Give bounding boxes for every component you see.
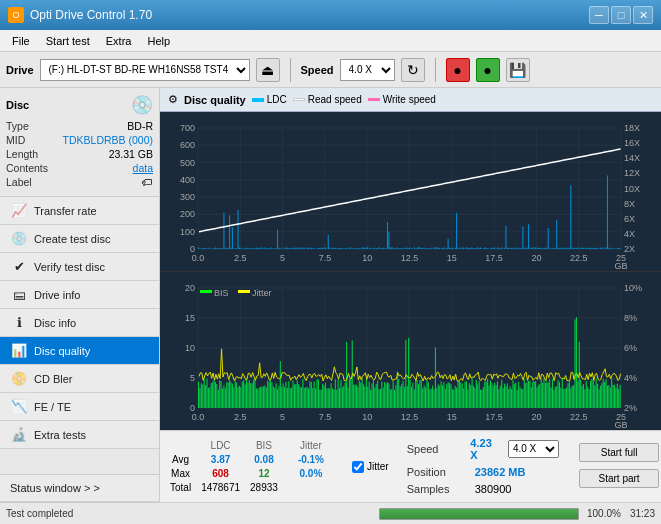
position-value: 23862 MB xyxy=(475,466,526,478)
progress-text: 100.0% xyxy=(587,508,622,519)
sidebar-item-extra-tests[interactable]: 🔬 Extra tests xyxy=(0,421,159,449)
readspeed-color xyxy=(293,98,305,101)
progress-fill xyxy=(380,509,578,519)
refresh-icon[interactable]: ↻ xyxy=(401,58,425,82)
maximize-button[interactable]: □ xyxy=(611,6,631,24)
position-row: Position 23862 MB xyxy=(407,466,559,478)
status-window-label: Status window > > xyxy=(10,482,100,494)
disc-quality-title: Disc quality xyxy=(184,94,246,106)
ldc-color xyxy=(252,98,264,102)
speed-value: 4.23 X xyxy=(470,437,500,461)
disc-section-title: Disc xyxy=(6,99,29,111)
contents-label: Contents xyxy=(6,162,48,174)
titlebar-left: O Opti Drive Control 1.70 xyxy=(8,7,152,23)
speed-select[interactable]: 4.0 X xyxy=(340,59,395,81)
progress-bar xyxy=(379,508,579,520)
charts-container xyxy=(160,112,661,430)
disc-section-icon: 💿 xyxy=(131,94,153,116)
settings-icon[interactable]: ⚙ xyxy=(168,93,178,106)
app-title: Opti Drive Control 1.70 xyxy=(30,8,152,22)
speed-label: Speed xyxy=(407,443,463,455)
legend-readspeed-label: Read speed xyxy=(308,94,362,105)
start-part-button[interactable]: Start part xyxy=(579,469,659,488)
drive-label: Drive xyxy=(6,64,34,76)
eject-icon[interactable]: ⏏ xyxy=(256,58,280,82)
theme-icon1[interactable]: ● xyxy=(446,58,470,82)
disc-header: Disc 💿 xyxy=(6,94,153,116)
max-row: Max 608 12 0.0% xyxy=(170,468,332,480)
sidebar-item-disc-quality[interactable]: 📊 Disc quality xyxy=(0,337,159,365)
verify-test-label: Verify test disc xyxy=(34,261,105,273)
samples-label: Samples xyxy=(407,483,467,495)
disc-contents-row: Contents data xyxy=(6,162,153,174)
speed-select-stats[interactable]: 4.0 X xyxy=(508,440,559,458)
total-bis: 28933 xyxy=(250,482,286,494)
extra-tests-label: Extra tests xyxy=(34,429,86,441)
max-jitter: 0.0% xyxy=(298,468,332,480)
sidebar-item-disc-info[interactable]: ℹ Disc info xyxy=(0,309,159,337)
theme-icon2[interactable]: ● xyxy=(476,58,500,82)
sidebar-item-create-test-disc[interactable]: 💿 Create test disc xyxy=(0,225,159,253)
disc-length-row: Length 23.31 GB xyxy=(6,148,153,160)
ldc-chart xyxy=(160,112,661,272)
max-ldc: 608 xyxy=(201,468,248,480)
legend-readspeed: Read speed xyxy=(293,94,362,105)
sidebar-item-cd-bler[interactable]: 📀 CD Bler xyxy=(0,365,159,393)
status-window-button[interactable]: Status window > > xyxy=(0,474,159,502)
disc-info-icon: ℹ xyxy=(10,315,28,330)
length-label: Length xyxy=(6,148,38,160)
total-label: Total xyxy=(170,482,199,494)
total-jitter xyxy=(298,482,332,494)
max-label: Max xyxy=(170,468,199,480)
menu-starttest[interactable]: Start test xyxy=(38,33,98,49)
cd-bler-icon: 📀 xyxy=(10,371,28,386)
speed-stats: Speed 4.23 X 4.0 X Position 23862 MB Sam… xyxy=(407,437,559,497)
speed-row: Speed 4.23 X 4.0 X xyxy=(407,437,559,461)
disc-section: Disc 💿 Type BD-R MID TDKBLDRBB (000) Len… xyxy=(0,88,159,197)
menu-help[interactable]: Help xyxy=(139,33,178,49)
sidebar-item-fe-te[interactable]: 📉 FE / TE xyxy=(0,393,159,421)
transfer-rate-label: Transfer rate xyxy=(34,205,97,217)
save-icon[interactable]: 💾 xyxy=(506,58,530,82)
drive-select[interactable]: (F:) HL-DT-ST BD-RE WH16NS58 TST4 xyxy=(40,59,250,81)
speed-label: Speed xyxy=(301,64,334,76)
position-label: Position xyxy=(407,466,467,478)
toolbar: Drive (F:) HL-DT-ST BD-RE WH16NS58 TST4 … xyxy=(0,52,661,88)
create-test-label: Create test disc xyxy=(34,233,110,245)
sidebar-item-transfer-rate[interactable]: 📈 Transfer rate xyxy=(0,197,159,225)
avg-jitter: -0.1% xyxy=(298,454,332,466)
avg-row: Avg 3.87 0.08 -0.1% xyxy=(170,454,332,466)
sidebar: Disc 💿 Type BD-R MID TDKBLDRBB (000) Len… xyxy=(0,88,160,502)
label-value: 🏷 xyxy=(142,176,153,188)
status-text: Test completed xyxy=(6,508,371,519)
legend-writespeed: Write speed xyxy=(368,94,436,105)
samples-value: 380900 xyxy=(475,483,512,495)
fe-te-icon: 📉 xyxy=(10,399,28,414)
mid-value: TDKBLDRBB (000) xyxy=(63,134,153,146)
app-icon: O xyxy=(8,7,24,23)
sidebar-item-drive-info[interactable]: 🖴 Drive info xyxy=(0,281,159,309)
menu-extra[interactable]: Extra xyxy=(98,33,140,49)
jitter-checkbox-row: Jitter xyxy=(352,461,389,473)
disc-mid-row: MID TDKBLDRBB (000) xyxy=(6,134,153,146)
extra-tests-icon: 🔬 xyxy=(10,427,28,442)
disc-quality-label: Disc quality xyxy=(34,345,90,357)
start-full-button[interactable]: Start full xyxy=(579,443,659,462)
close-button[interactable]: ✕ xyxy=(633,6,653,24)
titlebar-buttons: ─ □ ✕ xyxy=(589,6,653,24)
verify-test-icon: ✔ xyxy=(10,259,28,274)
drive-info-icon: 🖴 xyxy=(10,287,28,302)
mid-label: MID xyxy=(6,134,25,146)
main-layout: Disc 💿 Type BD-R MID TDKBLDRBB (000) Len… xyxy=(0,88,661,502)
fe-te-label: FE / TE xyxy=(34,401,71,413)
contents-value[interactable]: data xyxy=(133,162,153,174)
minimize-button[interactable]: ─ xyxy=(589,6,609,24)
stats-bar: LDC BIS Jitter Avg 3.87 0.08 -0.1% Max 6… xyxy=(160,430,661,502)
jitter-checkbox[interactable] xyxy=(352,461,364,473)
sidebar-item-verify-test-disc[interactable]: ✔ Verify test disc xyxy=(0,253,159,281)
menu-file[interactable]: File xyxy=(4,33,38,49)
stats-table: LDC BIS Jitter Avg 3.87 0.08 -0.1% Max 6… xyxy=(168,438,334,496)
bis-header: BIS xyxy=(250,440,286,452)
type-value: BD-R xyxy=(127,120,153,132)
disc-type-row: Type BD-R xyxy=(6,120,153,132)
